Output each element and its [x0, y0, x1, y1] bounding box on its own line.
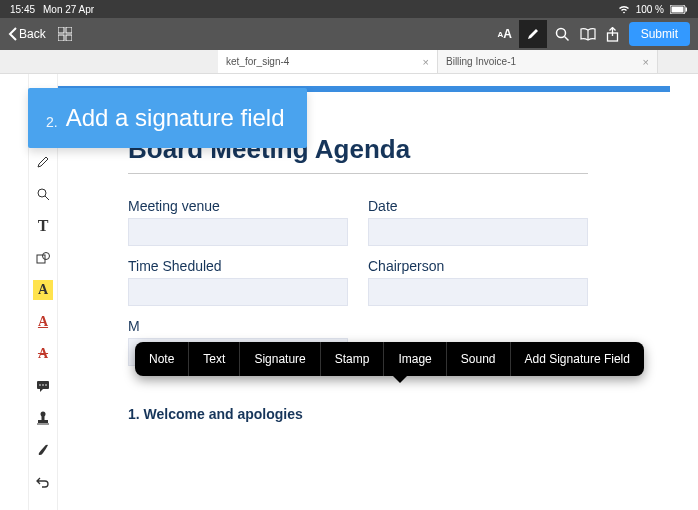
document-content: Board Meeting Agenda Meeting venue Date … — [128, 134, 630, 422]
callout-number: 2. — [46, 114, 58, 130]
menu-item-add-signature-field[interactable]: Add Signature Field — [511, 342, 644, 376]
battery-icon — [670, 5, 688, 14]
strike-tool-icon[interactable]: A — [33, 344, 53, 364]
svg-point-14 — [43, 253, 50, 260]
svg-rect-21 — [38, 420, 48, 423]
status-time: 15:45 — [10, 4, 35, 15]
svg-rect-4 — [66, 27, 72, 33]
tab-close-icon[interactable]: × — [423, 56, 429, 68]
field-label-minute: M — [128, 318, 348, 334]
svg-rect-1 — [672, 6, 684, 12]
field-input-venue[interactable] — [128, 218, 348, 246]
svg-rect-6 — [66, 35, 72, 41]
title-divider — [128, 173, 588, 174]
status-bar: 15:45 Mon 27 Apr 100 % — [0, 0, 698, 18]
menu-item-note[interactable]: Note — [135, 342, 189, 376]
wifi-icon — [618, 5, 630, 14]
menu-item-stamp[interactable]: Stamp — [321, 342, 385, 376]
magnify-tool-icon[interactable] — [33, 184, 53, 204]
menu-item-text[interactable]: Text — [189, 342, 240, 376]
tab-label: ket_for_sign-4 — [226, 56, 289, 67]
menu-item-image[interactable]: Image — [384, 342, 446, 376]
undo-tool-icon[interactable] — [33, 472, 53, 492]
highlight-tool-icon[interactable]: A — [33, 280, 53, 300]
field-label-venue: Meeting venue — [128, 198, 348, 214]
svg-line-12 — [45, 196, 49, 200]
tab-label: Billing Invoice-1 — [446, 56, 516, 67]
tab-strip: ket_for_sign-4 × Billing Invoice-1 × — [0, 50, 698, 74]
field-input-chair[interactable] — [368, 278, 588, 306]
back-label: Back — [19, 27, 46, 41]
text-size-button[interactable]: AA — [491, 20, 519, 48]
status-date: Mon 27 Apr — [43, 4, 94, 15]
submit-button[interactable]: Submit — [629, 22, 690, 46]
svg-point-7 — [556, 28, 565, 37]
field-label-chair: Chairperson — [368, 258, 588, 274]
back-button[interactable]: Back — [8, 27, 46, 41]
svg-point-11 — [38, 189, 46, 197]
brush-tool-icon[interactable] — [33, 440, 53, 460]
agenda-item-1: 1. Welcome and apologies — [128, 406, 630, 422]
menu-item-sound[interactable]: Sound — [447, 342, 511, 376]
book-icon[interactable] — [580, 28, 596, 41]
svg-rect-2 — [686, 7, 688, 11]
share-icon[interactable] — [606, 27, 619, 42]
underline-tool-icon[interactable]: A — [33, 312, 53, 332]
svg-rect-20 — [42, 416, 45, 420]
svg-point-16 — [39, 384, 41, 386]
svg-point-17 — [42, 384, 44, 386]
shape-tool-icon[interactable] — [33, 248, 53, 268]
svg-point-19 — [41, 412, 46, 417]
thumbnails-icon[interactable] — [58, 27, 72, 41]
annotation-context-menu: Note Text Signature Stamp Image Sound Ad… — [135, 342, 644, 376]
comment-tool-icon[interactable] — [33, 376, 53, 396]
stamp-tool-icon[interactable] — [33, 408, 53, 428]
field-input-date[interactable] — [368, 218, 588, 246]
svg-line-8 — [564, 36, 568, 40]
instruction-callout: 2. Add a signature field — [28, 88, 307, 148]
field-input-time[interactable] — [128, 278, 348, 306]
svg-rect-3 — [58, 27, 64, 33]
tab-close-icon[interactable]: × — [643, 56, 649, 68]
tab-document-1[interactable]: ket_for_sign-4 × — [218, 50, 438, 73]
annotate-button[interactable] — [519, 20, 547, 48]
svg-rect-22 — [37, 424, 49, 425]
tab-document-2[interactable]: Billing Invoice-1 × — [438, 50, 658, 73]
menu-item-signature[interactable]: Signature — [240, 342, 320, 376]
search-icon[interactable] — [555, 27, 570, 42]
text-tool-icon[interactable]: T — [33, 216, 53, 236]
field-label-time: Time Sheduled — [128, 258, 348, 274]
pen-tool-icon[interactable] — [33, 152, 53, 172]
svg-rect-5 — [58, 35, 64, 41]
main-toolbar: Back AA Submit — [0, 18, 698, 50]
svg-point-18 — [45, 384, 47, 386]
callout-text: Add a signature field — [66, 104, 285, 132]
field-label-date: Date — [368, 198, 588, 214]
status-battery-text: 100 % — [636, 4, 664, 15]
